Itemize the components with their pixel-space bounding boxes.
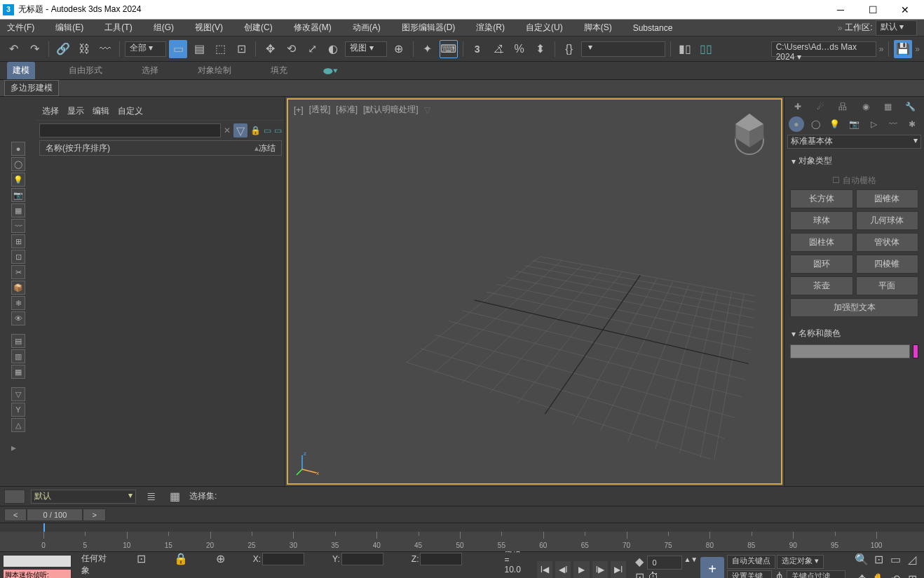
menu-scripting[interactable]: 脚本(S): [584, 22, 612, 34]
prim-cone[interactable]: 圆锥体: [856, 189, 919, 208]
nav-maximize-icon[interactable]: ⊞: [903, 570, 921, 579]
menu-grapheditors[interactable]: 图形编辑器(D): [402, 22, 456, 34]
prim-textplus[interactable]: 加强型文本: [790, 298, 918, 317]
save-button[interactable]: 💾: [894, 40, 912, 58]
viewcube[interactable]: [725, 107, 774, 156]
rollout-header-objtype[interactable]: ▾ 对象类型: [787, 153, 921, 169]
display-icon-3[interactable]: ▦: [11, 365, 25, 379]
filter-bone-icon[interactable]: ✂: [11, 265, 25, 279]
primitive-type-dropdown[interactable]: 标准基本体▾: [787, 135, 921, 149]
menu-create[interactable]: 创建(C): [244, 22, 273, 34]
key-mode-icon[interactable]: ◆: [633, 556, 646, 568]
time-slider[interactable]: [43, 523, 45, 532]
prim-pyramid[interactable]: 四棱锥: [856, 255, 919, 274]
object-color-swatch[interactable]: [913, 344, 918, 358]
col-name-header[interactable]: 名称(按升序排序): [46, 142, 254, 154]
align-button[interactable]: ▯▯: [697, 40, 715, 58]
menu-customize[interactable]: 自定义(U): [526, 22, 563, 34]
spinner-snap-button[interactable]: ⬍: [531, 40, 550, 58]
tool-icon-3[interactable]: △: [11, 418, 25, 432]
placement-button[interactable]: ◐: [324, 40, 342, 58]
prim-plane[interactable]: 平面: [856, 276, 919, 295]
filter-lights-icon[interactable]: 💡: [11, 173, 25, 187]
time-config-icon-2[interactable]: ⏱: [647, 571, 660, 579]
hierarchy-panel-tab[interactable]: 品: [836, 100, 850, 114]
display-panel-tab[interactable]: ▦: [881, 100, 895, 114]
modify-panel-tab[interactable]: ☄: [813, 100, 827, 114]
redo-button[interactable]: ↷: [25, 40, 43, 58]
link-button[interactable]: 🔗: [54, 40, 72, 58]
maximize-button[interactable]: ☐: [857, 0, 889, 20]
menu-view[interactable]: 视图(V): [195, 22, 223, 34]
selected-object-dropdown[interactable]: 选定对象 ▾: [777, 555, 824, 569]
lock-icon[interactable]: 🔒: [250, 126, 261, 135]
move-button[interactable]: ✥: [261, 40, 279, 58]
create-panel-tab[interactable]: ✚: [791, 100, 805, 114]
viewport-perspective[interactable]: [+] [透视] [标准] [默认明暗处理] ▽: [287, 98, 782, 485]
filter-toggle-icon[interactable]: ▽: [233, 123, 247, 137]
se-menu-select[interactable]: 选择: [42, 105, 59, 117]
window-crossing-button[interactable]: ⊡: [232, 40, 250, 58]
play-button[interactable]: ▶: [573, 561, 589, 578]
maxscript-output[interactable]: [3, 555, 72, 567]
bind-spacewarp-button[interactable]: 〰: [96, 40, 114, 58]
tool-icon-1[interactable]: ▽: [11, 387, 25, 401]
se-menu-display[interactable]: 显示: [67, 105, 84, 117]
scene-explorer-expand-icon[interactable]: ▸: [11, 442, 16, 453]
lights-category-icon[interactable]: 💡: [827, 116, 843, 132]
named-selection-sets-button[interactable]: {}: [560, 40, 578, 58]
filter-hidden-icon[interactable]: 👁: [11, 311, 25, 325]
next-frame-play-button[interactable]: I▶: [592, 561, 608, 578]
menu-animation[interactable]: 动画(A): [353, 22, 381, 34]
filter-helpers-icon[interactable]: ▦: [11, 203, 25, 217]
scale-button[interactable]: ⤢: [303, 40, 321, 58]
unlink-button[interactable]: ⛓: [75, 40, 93, 58]
tree-icon-1[interactable]: ▭: [264, 126, 271, 135]
frame-display[interactable]: 0 / 100: [27, 509, 83, 521]
named-selection-dropdown[interactable]: ▾: [581, 41, 665, 57]
object-name-input[interactable]: [790, 344, 910, 358]
clear-search-icon[interactable]: ✕: [224, 126, 231, 135]
filter-frozen-icon[interactable]: ❄: [11, 296, 25, 310]
z-coord-input[interactable]: [420, 553, 462, 565]
set-key-big-button[interactable]: +: [700, 557, 723, 579]
scene-explorer-list[interactable]: [36, 156, 285, 486]
prev-frame-play-button[interactable]: ◀I: [555, 561, 571, 578]
nav-fov-icon[interactable]: ◿: [903, 551, 921, 569]
filter-cameras-icon[interactable]: 📷: [11, 188, 25, 202]
ribbon-tab-selection[interactable]: 选择: [136, 62, 164, 79]
prim-geosphere[interactable]: 几何球体: [856, 211, 919, 230]
spacewarps-category-icon[interactable]: 〰: [885, 116, 901, 132]
lock-selection-icon[interactable]: 🔒: [174, 550, 188, 568]
menu-edit[interactable]: 编辑(E): [55, 22, 83, 34]
goto-start-button[interactable]: I◀: [537, 561, 552, 578]
rollout-header-namecolor[interactable]: ▾ 名称和颜色: [787, 325, 921, 342]
keyboard-shortcut-override[interactable]: ⌨: [440, 40, 458, 58]
vp-standard-menu[interactable]: [标准]: [336, 104, 358, 116]
tree-icon-2[interactable]: ▭: [274, 126, 282, 135]
material-slot-icon[interactable]: [4, 490, 25, 504]
maxscript-input[interactable]: 脚本迷你侦听:: [3, 569, 72, 578]
cameras-category-icon[interactable]: 📷: [846, 116, 862, 132]
ribbon-tab-freeform[interactable]: 自由形式: [63, 62, 108, 79]
menu-substance[interactable]: Substance: [633, 23, 673, 33]
ribbon-tab-modeling[interactable]: 建模: [7, 62, 35, 79]
layer-explorer-icon[interactable]: ▦: [165, 488, 184, 506]
current-frame-spinner[interactable]: [647, 556, 682, 570]
menu-file[interactable]: 文件(F): [7, 22, 34, 34]
rotate-button[interactable]: ⟲: [282, 40, 300, 58]
vp-view-menu[interactable]: [透视]: [309, 104, 331, 116]
set-key-button[interactable]: 设置关键点: [727, 570, 772, 579]
use-pivot-center-button[interactable]: ⊕: [390, 40, 408, 58]
filter-spacewarps-icon[interactable]: 〰: [11, 219, 25, 233]
shapes-category-icon[interactable]: ◯: [808, 116, 823, 132]
display-icon-2[interactable]: ▥: [11, 349, 25, 363]
polygon-modeling-tab[interactable]: 多边形建模: [4, 80, 59, 96]
nav-orbit-icon[interactable]: ⟲: [886, 570, 904, 579]
filter-geometry-icon[interactable]: ●: [11, 142, 25, 156]
se-menu-edit[interactable]: 编辑: [93, 105, 109, 117]
percent-snap-button[interactable]: %: [510, 40, 529, 58]
goto-end-button[interactable]: ▶I: [611, 561, 626, 578]
workspace-dropdown[interactable]: 默认 ▾: [876, 20, 917, 36]
prim-box[interactable]: 长方体: [790, 189, 853, 208]
